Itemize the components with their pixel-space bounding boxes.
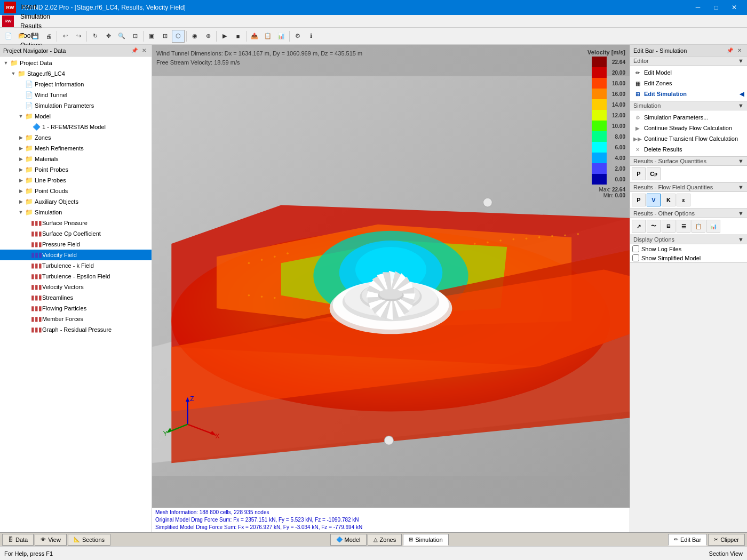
- tree-item-wind-tunnel[interactable]: 📄Wind Tunnel: [0, 90, 152, 100]
- tree-item-zones[interactable]: ▶📁Zones: [0, 132, 152, 143]
- display-options-collapse[interactable]: ▼: [738, 236, 744, 243]
- chart-button[interactable]: 📊: [275, 30, 288, 43]
- simulation-tab[interactable]: ⊞ Simulation: [403, 534, 448, 546]
- flow-field-collapse[interactable]: ▼: [738, 184, 744, 190]
- pan-button[interactable]: ✥: [102, 30, 115, 43]
- print-button[interactable]: 🖨: [42, 30, 55, 43]
- settings-button[interactable]: ⚙: [291, 30, 304, 43]
- surface-quantities-collapse[interactable]: ▼: [738, 158, 744, 164]
- tree-item-velocity-field[interactable]: ▮▮▮Velocity Field: [0, 250, 152, 260]
- zones-tab[interactable]: △ Zones: [368, 534, 402, 546]
- other-options-collapse[interactable]: ▼: [738, 210, 744, 217]
- data-tab[interactable]: 🗄 Data: [2, 534, 34, 546]
- view-top-button[interactable]: ⊞: [158, 30, 171, 43]
- calc-button[interactable]: ▶: [218, 30, 231, 43]
- render-button[interactable]: ◉: [188, 30, 201, 43]
- view-3d-button[interactable]: ⬡: [172, 30, 185, 43]
- sim-params-item[interactable]: ⚙ Simulation Parameters...: [633, 112, 744, 123]
- tree-item-model[interactable]: ▼📁Model: [0, 111, 152, 122]
- edit-model-item[interactable]: ✏ Edit Model: [633, 67, 744, 78]
- tree-item-streamlines[interactable]: ▮▮▮Streamlines: [0, 292, 152, 303]
- tree-item-flowing-particles[interactable]: ▮▮▮Flowing Particles: [0, 303, 152, 314]
- show-simplified-checkbox[interactable]: [632, 254, 639, 261]
- panel-close-button[interactable]: ✕: [140, 46, 148, 55]
- minimize-button[interactable]: ─: [689, 2, 706, 13]
- zoom-button[interactable]: 🔍: [115, 30, 128, 43]
- tree-item-turbulence-k[interactable]: ▮▮▮Turbulence - k Field: [0, 260, 152, 271]
- tree-item-pressure-field[interactable]: ▮▮▮Pressure Field: [0, 239, 152, 250]
- view-front-button[interactable]: ▣: [145, 30, 158, 43]
- isolines-button[interactable]: ⊟: [662, 220, 676, 233]
- close-button[interactable]: ✕: [726, 2, 743, 13]
- surface-p-button[interactable]: P: [632, 167, 646, 180]
- export-button[interactable]: 📤: [248, 30, 261, 43]
- mesh-button[interactable]: ⊛: [202, 30, 214, 43]
- tree-item-aux-objects[interactable]: ▶📁Auxiliary Objects: [0, 196, 152, 207]
- tree-item-turbulence-eps[interactable]: ▮▮▮Turbulence - Epsilon Field: [0, 271, 152, 282]
- edit-simulation-item[interactable]: ⊞ Edit Simulation ◀: [633, 89, 744, 99]
- undo-button[interactable]: ↩: [59, 30, 71, 43]
- editor-collapse[interactable]: ▼: [738, 58, 744, 64]
- chart-options-button[interactable]: 📊: [706, 220, 720, 233]
- edit-bar-title: Edit Bar - Simulation: [633, 47, 687, 54]
- tree-item-sim-params[interactable]: 📄Simulation Parameters: [0, 100, 152, 111]
- model-tab[interactable]: 🔷 Model: [330, 534, 367, 546]
- info-button[interactable]: ℹ: [305, 30, 317, 43]
- clipboard-button[interactable]: 📋: [692, 220, 705, 233]
- app-icon: RW: [2, 15, 14, 27]
- tree-item-surface-pressure[interactable]: ▮▮▮Surface Pressure: [0, 218, 152, 228]
- clipper-tab[interactable]: ✂ Clipper: [708, 534, 745, 546]
- bottom-tab-bar: 🗄 Data 👁 View 📐 Sections 🔷 Model △ Zones…: [0, 532, 747, 546]
- sim-params-label: Simulation Parameters...: [644, 114, 708, 121]
- edit-zones-item[interactable]: ▦ Edit Zones: [633, 78, 744, 89]
- tree-item-simulation[interactable]: ▼📁Simulation: [0, 207, 152, 218]
- tree-item-project-data[interactable]: ▼📁Project Data: [0, 58, 152, 68]
- new-button[interactable]: 📄: [2, 30, 15, 43]
- edit-bar-tab[interactable]: ✏ Edit Bar: [668, 534, 707, 546]
- tree-item-line-probes[interactable]: ▶📁Line Probes: [0, 175, 152, 186]
- right-panel-close[interactable]: ✕: [735, 46, 744, 55]
- tree-item-surface-cp[interactable]: ▮▮▮Surface Cp Coefficient: [0, 228, 152, 239]
- flow-k-button[interactable]: K: [662, 194, 676, 206]
- open-button[interactable]: 📂: [15, 30, 28, 43]
- tree-item-point-probes[interactable]: ▶📁Point Probes: [0, 164, 152, 175]
- flow-eps-button[interactable]: ε: [677, 194, 690, 206]
- tree-item-mesh-ref[interactable]: ▶📁Mesh Refinements: [0, 143, 152, 154]
- transient-flow-item[interactable]: ▶▶ Continue Transient Flow Calculation: [633, 133, 744, 144]
- panel-pin-button[interactable]: 📌: [130, 46, 139, 55]
- show-simplified-row[interactable]: Show Simplified Model: [630, 253, 747, 262]
- tree-item-materials[interactable]: ▶📁Materials: [0, 154, 152, 164]
- tree-item-stage[interactable]: ▼📁Stage.rf6_LC4: [0, 68, 152, 79]
- menu-item-insert[interactable]: Insert: [16, 2, 54, 12]
- rotate-button[interactable]: ↻: [89, 30, 101, 43]
- redo-button[interactable]: ↪: [72, 30, 85, 43]
- tree-item-graph-residual[interactable]: ▮▮▮Graph - Residual Pressure: [0, 324, 152, 335]
- table-button[interactable]: ☰: [677, 220, 690, 233]
- menu-item-simulation[interactable]: Simulation: [16, 12, 54, 21]
- flow-v-button[interactable]: V: [647, 194, 661, 206]
- flow-lines-button[interactable]: 〜: [647, 220, 661, 233]
- vectors-button[interactable]: ↗: [632, 220, 646, 233]
- flow-p-button[interactable]: P: [632, 194, 646, 206]
- zoom-all-button[interactable]: ⊡: [129, 30, 141, 43]
- stop-button[interactable]: ■: [232, 30, 244, 43]
- viewport-3d[interactable]: Wind Tunnel Dimensions: Dx = 1634.167 m,…: [152, 45, 630, 507]
- view-tab[interactable]: 👁 View: [35, 534, 67, 546]
- tree-label-surface-cp: Surface Cp Coefficient: [42, 230, 101, 237]
- tree-item-project-info[interactable]: 📄Project Information: [0, 79, 152, 90]
- tree-item-point-clouds[interactable]: ▶📁Point Clouds: [0, 186, 152, 196]
- steady-flow-item[interactable]: ▶ Continue Steady Flow Calculation: [633, 123, 744, 133]
- tree-item-rfem-model[interactable]: 🔷1 - RFEM/RSTAB Model: [0, 122, 152, 132]
- tree-item-member-forces[interactable]: ▮▮▮Member Forces: [0, 314, 152, 324]
- show-log-files-row[interactable]: Show Log Files: [630, 244, 747, 253]
- surface-cp-button[interactable]: Cp: [647, 167, 661, 180]
- maximize-button[interactable]: □: [708, 2, 725, 13]
- show-log-files-checkbox[interactable]: [632, 245, 639, 252]
- tree-item-velocity-vectors[interactable]: ▮▮▮Velocity Vectors: [0, 282, 152, 292]
- save-button[interactable]: 💾: [29, 30, 42, 43]
- sections-tab[interactable]: 📐 Sections: [68, 534, 110, 546]
- right-panel-pin[interactable]: 📌: [726, 46, 734, 55]
- simulation-collapse[interactable]: ▼: [738, 102, 744, 109]
- delete-results-item[interactable]: ✕ Delete Results: [633, 144, 744, 155]
- report-button[interactable]: 📋: [261, 30, 274, 43]
